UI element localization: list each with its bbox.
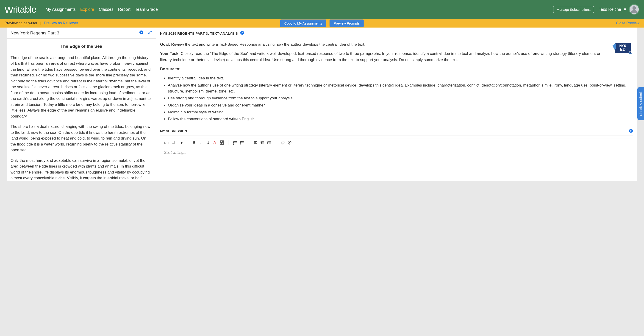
task-text-bold: one bbox=[532, 51, 540, 56]
preview-bar: Previewing as writer | Preview as Review… bbox=[0, 19, 644, 28]
chevron-down-icon: ▼ bbox=[623, 7, 627, 12]
svg-point-18 bbox=[240, 141, 241, 142]
italic-button[interactable]: I bbox=[198, 140, 204, 145]
format-label: Normal bbox=[164, 141, 175, 145]
bullet: Organize your ideas in a cohesive and co… bbox=[168, 102, 633, 108]
bullet: Use strong and thorough evidence from th… bbox=[168, 95, 633, 101]
bullet: Identify a central idea in the text. bbox=[168, 75, 633, 81]
task-header: NYS 2019 REGENTS PART 3: TEXT-ANALYSIS bbox=[160, 31, 633, 38]
task-label: Your Task: bbox=[160, 51, 180, 56]
avatar bbox=[629, 4, 640, 15]
outdent-button[interactable] bbox=[260, 140, 265, 145]
main-body: New York Regents Part 3 The Edge of the … bbox=[0, 28, 644, 181]
reading-content: The Edge of the Sea The edge of the sea … bbox=[7, 39, 156, 181]
record-button[interactable] bbox=[287, 140, 292, 145]
nav-team-grade[interactable]: Team Grade bbox=[135, 7, 158, 12]
bullet-list-button[interactable] bbox=[240, 140, 244, 145]
bold-button[interactable]: B bbox=[192, 140, 196, 145]
article-title: The Edge of the Sea bbox=[10, 43, 152, 50]
svg-text:ED: ED bbox=[620, 47, 626, 52]
svg-point-0 bbox=[632, 7, 636, 10]
bullet: Follow the conventions of standard writt… bbox=[168, 116, 633, 122]
manage-subscriptions-button[interactable]: Manage Subscriptions bbox=[553, 6, 594, 13]
svg-text:NYS: NYS bbox=[619, 44, 626, 48]
previewing-label: Previewing as writer bbox=[4, 21, 38, 25]
nav-explore[interactable]: Explore bbox=[80, 7, 94, 12]
svg-point-20 bbox=[240, 142, 241, 143]
separator: | bbox=[40, 21, 41, 25]
play-icon[interactable] bbox=[240, 31, 244, 36]
task-title: NYS 2019 REGENTS PART 3: TEXT-ANALYSIS bbox=[160, 32, 238, 35]
preview-as-reviewer-link[interactable]: Preview as Reviewer bbox=[44, 21, 78, 25]
copy-to-assignments-button[interactable]: Copy to My Assignments bbox=[280, 20, 326, 27]
svg-marker-33 bbox=[268, 142, 268, 143]
goal-text: Review the text and write a Text-Based R… bbox=[171, 42, 365, 47]
paragraph: The edge of the sea is a strange and bea… bbox=[10, 55, 152, 119]
underline-button[interactable]: U bbox=[205, 140, 210, 145]
paragraph: The shore has a dual nature, changing wi… bbox=[10, 124, 152, 153]
submission-label: MY SUBMISSION bbox=[160, 129, 187, 133]
goal-label: Goal: bbox=[160, 42, 170, 47]
nysed-badge: NYS ED .gov bbox=[611, 40, 633, 59]
logo: Writable bbox=[4, 4, 36, 15]
editor: Normal ▲▼ B I U A A 123 bbox=[160, 138, 633, 158]
editor-textarea[interactable]: Start writing... bbox=[160, 147, 633, 158]
user-menu[interactable]: Tess Reiche ▼ bbox=[598, 4, 640, 15]
svg-text:3: 3 bbox=[233, 143, 234, 145]
task-text-pre: Closely read the "The Edge of the Sea" a… bbox=[181, 51, 532, 56]
indent-button[interactable] bbox=[267, 140, 272, 145]
bullet: Analyze how the author's use of one writ… bbox=[168, 82, 633, 95]
preview-prompts-button[interactable]: Preview Prompts bbox=[330, 20, 364, 27]
bullet: Maintain a formal style of writing. bbox=[168, 109, 633, 115]
reading-doc-title: New York Regents Part 3 bbox=[10, 31, 59, 36]
nav: My Assignments Explore Classes Report Te… bbox=[46, 7, 158, 12]
besure-label: Be sure to: bbox=[160, 67, 180, 71]
svg-point-38 bbox=[289, 142, 290, 143]
highlight-button[interactable]: A bbox=[219, 140, 224, 145]
link-button[interactable] bbox=[280, 140, 285, 145]
check-submit-tab[interactable]: Check & Submit bbox=[637, 87, 644, 120]
task-body: NYS ED .gov Goal: Review the text and wr… bbox=[160, 42, 633, 122]
align-left-button[interactable] bbox=[253, 140, 258, 145]
expand-icon[interactable] bbox=[148, 30, 152, 36]
nav-report[interactable]: Report bbox=[118, 7, 130, 12]
ordered-list-button[interactable]: 123 bbox=[232, 140, 238, 145]
play-icon[interactable] bbox=[139, 30, 143, 36]
paragraph: Only the most hardy and adaptable can su… bbox=[10, 158, 152, 181]
task-bullets: Identify a central idea in the text. Ana… bbox=[160, 75, 633, 122]
nav-classes[interactable]: Classes bbox=[99, 7, 114, 12]
text-color-button[interactable]: A bbox=[212, 140, 217, 145]
reading-panel: New York Regents Part 3 The Edge of the … bbox=[7, 28, 156, 181]
format-select[interactable]: Normal ▲▼ bbox=[164, 141, 183, 145]
nav-my-assignments[interactable]: My Assignments bbox=[46, 7, 76, 12]
submission-header: MY SUBMISSION bbox=[160, 129, 633, 135]
task-panel: NYS 2019 REGENTS PART 3: TEXT-ANALYSIS N… bbox=[156, 28, 637, 181]
svg-marker-28 bbox=[261, 142, 262, 143]
svg-point-22 bbox=[240, 144, 241, 144]
svg-text:.gov: .gov bbox=[629, 51, 632, 53]
updown-icon: ▲▼ bbox=[180, 141, 183, 144]
user-name: Tess Reiche bbox=[598, 7, 621, 12]
close-preview-link[interactable]: Close Preview bbox=[616, 21, 640, 25]
play-icon[interactable] bbox=[629, 129, 633, 134]
app-header: Writable My Assignments Explore Classes … bbox=[0, 0, 644, 19]
editor-toolbar: Normal ▲▼ B I U A A 123 bbox=[160, 138, 633, 147]
reading-header: New York Regents Part 3 bbox=[7, 28, 156, 39]
